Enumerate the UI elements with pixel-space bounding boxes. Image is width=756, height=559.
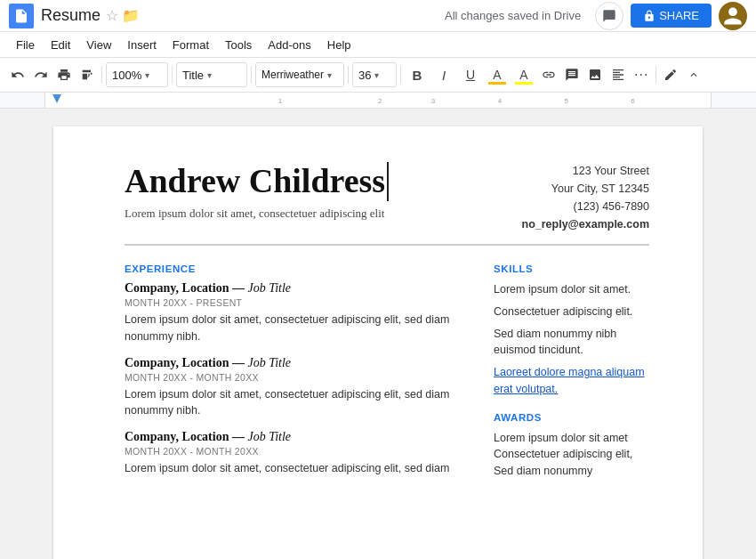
job-company-1: Company, Location [125,281,229,295]
save-status: All changes saved in Drive [445,9,581,22]
ruler-mark-6: 6 [631,97,634,105]
toolbar: 100% ▾ Title ▾ Merriweather ▾ 36 ▾ B I U… [0,57,756,93]
awards-label: AWARDS [494,412,649,423]
font-chevron: ▾ [327,70,332,80]
job-desc-3: Lorem ipsum dolor sit amet, consectetuer… [125,460,467,477]
size-select[interactable]: 36 ▾ [352,62,397,87]
job-title-3: Company, Location — Job Title [125,430,467,444]
doc-name: Andrew Childress [125,162,489,201]
job-joiner-2: — [232,356,248,369]
job-title-2: Company, Location — Job Title [125,356,467,370]
more-button[interactable]: ··· [631,62,652,87]
job-entry-2: Company, Location — Job Title MONTH 20XX… [125,356,467,420]
job-role-3: Job Title [247,430,291,443]
print-button[interactable] [53,62,75,87]
highlight-button[interactable]: A [511,62,536,87]
experience-label: EXPERIENCE [125,263,467,274]
folder-icon[interactable]: 📁 [122,7,140,24]
menu-bar: File Edit View Insert Format Tools Add-o… [0,32,756,57]
skill-item-1: Lorem ipsum dolor sit amet. [494,281,649,298]
job-joiner-1: — [232,281,248,295]
job-desc-1: Lorem ipsum dolor sit amet, consectetuer… [125,312,467,345]
job-role-2: Job Title [247,356,291,369]
align-button[interactable] [607,62,629,87]
doc-body: EXPERIENCE Company, Location — Job Title… [125,260,649,488]
style-select[interactable]: Title ▾ [176,62,247,87]
comment-button[interactable] [595,2,623,30]
star-icon[interactable]: ☆ [106,7,118,24]
job-entry-1: Company, Location — Job Title MONTH 20XX… [125,281,467,345]
header-actions: SHARE [595,2,747,30]
ruler-inner: 1 2 3 4 5 6 [44,93,712,108]
right-column: SKILLS Lorem ipsum dolor sit amet. Conse… [494,260,649,488]
text-cursor [387,162,389,201]
ruler-mark-4: 4 [498,97,502,105]
menu-tools[interactable]: Tools [218,36,259,53]
job-role-1: Job Title [247,281,291,295]
insert-image-button[interactable] [584,62,606,87]
avatar[interactable] [719,2,747,30]
paintformat-button[interactable] [76,62,98,87]
separator-6 [655,66,656,84]
job-desc-2: Lorem ipsum dolor sit amet, consectetuer… [125,386,467,420]
job-company-3: Company, Location [125,430,229,443]
bold-button[interactable]: B [405,62,430,87]
job-entry-3: Company, Location — Job Title MONTH 20XX… [125,430,467,477]
font-value: Merriweather [261,69,324,81]
font-color-button[interactable]: A [485,62,510,87]
job-date-1: MONTH 20XX - PRESENT [125,297,467,308]
size-value: 36 [358,69,371,82]
underline-button[interactable]: U [458,62,483,87]
doc-page: Andrew Childress Lorem ipsum dolor sit a… [53,126,703,559]
separator-2 [172,66,173,84]
job-title-1: Company, Location — Job Title [125,281,467,296]
link-button[interactable] [538,62,559,87]
doc-header: Andrew Childress Lorem ipsum dolor sit a… [125,162,649,246]
collapse-button[interactable] [683,62,704,87]
skill-item-4: Laoreet dolore magna aliquam erat volutp… [494,364,649,398]
font-select[interactable]: Merriweather ▾ [255,62,344,87]
awards-section: AWARDS Lorem ipsum dolor sit amet Consec… [494,412,649,480]
awards-text: Lorem ipsum dolor sit amet Consectetuer … [494,430,649,480]
doc-contact: 123 Your Street Your City, ST 12345 (123… [507,162,649,233]
doc-name-text[interactable]: Andrew Childress [125,163,385,200]
size-chevron: ▾ [374,70,379,80]
italic-button[interactable]: I [431,62,456,87]
doc-area: Andrew Childress Lorem ipsum dolor sit a… [0,109,756,559]
insert-comment-button[interactable] [561,62,583,87]
redo-button[interactable] [30,62,52,87]
job-date-2: MONTH 20XX - MONTH 20XX [125,372,467,383]
contact-city: Your City, ST 12345 [507,180,649,198]
svg-rect-1 [18,19,25,20]
menu-file[interactable]: File [9,36,42,53]
ruler-mark-2: 2 [378,97,382,105]
menu-view[interactable]: View [79,36,118,53]
highlight-indicator [515,82,533,85]
ruler-mark-3: 3 [431,97,435,105]
svg-rect-0 [18,16,25,17]
font-color-label: A [493,68,501,82]
skill-item-2: Consectetuer adipiscing elit. [494,304,649,320]
menu-format[interactable]: Format [165,36,216,53]
contact-address: 123 Your Street [507,162,649,180]
experience-section: EXPERIENCE Company, Location — Job Title… [125,260,467,488]
separator-4 [348,66,349,84]
zoom-select[interactable]: 100% ▾ [106,62,168,87]
separator-3 [251,66,252,84]
contact-email: no_reply@example.com [507,215,649,233]
editing-mode-button[interactable] [660,62,681,87]
share-button[interactable]: SHARE [631,4,712,28]
separator-5 [400,66,401,84]
ruler-mark-5: 5 [564,97,567,105]
style-chevron: ▾ [207,70,212,80]
menu-help[interactable]: Help [320,36,358,53]
menu-edit[interactable]: Edit [44,36,77,53]
menu-insert[interactable]: Insert [120,36,164,53]
skill-item-3: Sed diam nonummy nibh euismod tincidunt. [494,326,649,360]
zoom-value: 100% [112,69,141,82]
zoom-chevron: ▾ [145,70,149,80]
separator-1 [101,66,102,84]
undo-button[interactable] [7,62,28,87]
job-joiner-3: — [232,430,248,443]
menu-addons[interactable]: Add-ons [261,36,318,53]
